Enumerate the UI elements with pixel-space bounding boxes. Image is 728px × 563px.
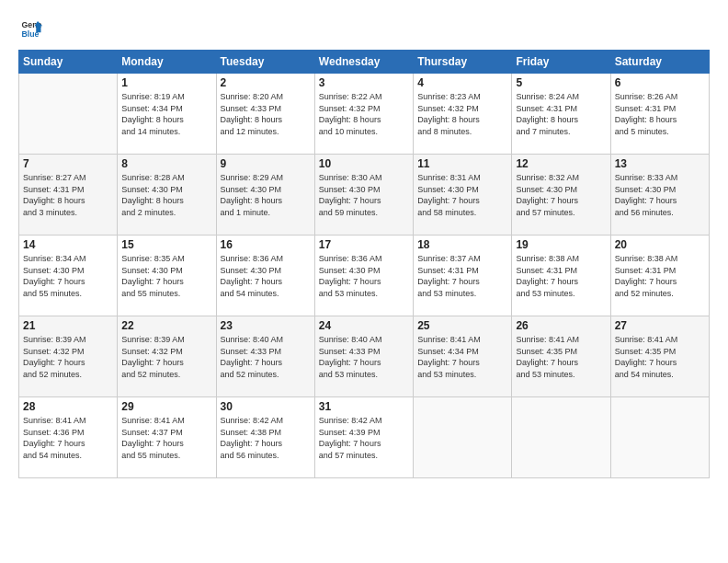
day-number: 10 — [319, 157, 409, 170]
day-info: Sunrise: 8:30 AM Sunset: 4:30 PM Dayligh… — [319, 172, 409, 218]
day-number: 7 — [23, 157, 113, 170]
calendar-cell: 19Sunrise: 8:38 AM Sunset: 4:31 PM Dayli… — [512, 236, 610, 316]
day-info: Sunrise: 8:41 AM Sunset: 4:35 PM Dayligh… — [516, 334, 606, 380]
day-number: 1 — [121, 76, 211, 89]
day-info: Sunrise: 8:29 AM Sunset: 4:30 PM Dayligh… — [221, 172, 311, 218]
calendar-cell — [19, 74, 118, 155]
weekday-header-friday: Friday — [512, 51, 610, 74]
day-info: Sunrise: 8:38 AM Sunset: 4:31 PM Dayligh… — [516, 253, 606, 299]
day-number: 20 — [615, 238, 705, 251]
calendar-cell: 14Sunrise: 8:34 AM Sunset: 4:30 PM Dayli… — [19, 236, 118, 316]
day-info: Sunrise: 8:34 AM Sunset: 4:30 PM Dayligh… — [23, 253, 113, 299]
day-number: 4 — [417, 76, 507, 89]
weekday-header-thursday: Thursday — [414, 51, 512, 74]
day-number: 27 — [615, 319, 705, 332]
day-info: Sunrise: 8:27 AM Sunset: 4:31 PM Dayligh… — [23, 172, 113, 218]
day-number: 21 — [23, 319, 113, 332]
logo-icon: Gene Blue — [18, 15, 44, 40]
calendar-cell: 21Sunrise: 8:39 AM Sunset: 4:32 PM Dayli… — [19, 316, 118, 397]
calendar-cell: 10Sunrise: 8:30 AM Sunset: 4:30 PM Dayli… — [314, 155, 413, 236]
calendar-cell: 28Sunrise: 8:41 AM Sunset: 4:36 PM Dayli… — [19, 397, 118, 478]
day-info: Sunrise: 8:39 AM Sunset: 4:32 PM Dayligh… — [121, 334, 211, 380]
day-number: 15 — [121, 238, 211, 251]
calendar-cell: 17Sunrise: 8:36 AM Sunset: 4:30 PM Dayli… — [314, 236, 413, 316]
calendar-cell: 27Sunrise: 8:41 AM Sunset: 4:35 PM Dayli… — [610, 316, 709, 397]
weekday-header-monday: Monday — [118, 51, 216, 74]
calendar-cell: 20Sunrise: 8:38 AM Sunset: 4:31 PM Dayli… — [610, 236, 709, 316]
calendar-cell: 18Sunrise: 8:37 AM Sunset: 4:31 PM Dayli… — [414, 236, 512, 316]
calendar-header-row: SundayMondayTuesdayWednesdayThursdayFrid… — [19, 51, 710, 74]
calendar-cell: 5Sunrise: 8:24 AM Sunset: 4:31 PM Daylig… — [512, 74, 610, 155]
day-number: 16 — [221, 238, 311, 251]
weekday-header-saturday: Saturday — [610, 51, 709, 74]
calendar-cell — [414, 397, 512, 478]
logo: Gene Blue — [18, 15, 48, 40]
calendar-cell: 1Sunrise: 8:19 AM Sunset: 4:34 PM Daylig… — [118, 74, 216, 155]
day-info: Sunrise: 8:33 AM Sunset: 4:30 PM Dayligh… — [615, 172, 705, 218]
day-number: 6 — [615, 76, 705, 89]
calendar-cell: 24Sunrise: 8:40 AM Sunset: 4:33 PM Dayli… — [314, 316, 413, 397]
day-info: Sunrise: 8:40 AM Sunset: 4:33 PM Dayligh… — [221, 334, 311, 380]
day-number: 30 — [221, 400, 311, 413]
day-info: Sunrise: 8:35 AM Sunset: 4:30 PM Dayligh… — [121, 253, 211, 299]
day-info: Sunrise: 8:36 AM Sunset: 4:30 PM Dayligh… — [319, 253, 409, 299]
day-number: 19 — [516, 238, 606, 251]
weekday-header-sunday: Sunday — [19, 51, 118, 74]
day-number: 29 — [121, 400, 211, 413]
day-number: 12 — [516, 157, 606, 170]
day-number: 26 — [516, 319, 606, 332]
calendar-cell: 26Sunrise: 8:41 AM Sunset: 4:35 PM Dayli… — [512, 316, 610, 397]
calendar-cell: 31Sunrise: 8:42 AM Sunset: 4:39 PM Dayli… — [314, 397, 413, 478]
calendar-cell: 30Sunrise: 8:42 AM Sunset: 4:38 PM Dayli… — [216, 397, 314, 478]
page: Gene Blue SundayMondayTuesdayWednesdayTh… — [0, 0, 728, 563]
day-info: Sunrise: 8:42 AM Sunset: 4:38 PM Dayligh… — [221, 415, 311, 461]
calendar-cell: 29Sunrise: 8:41 AM Sunset: 4:37 PM Dayli… — [118, 397, 216, 478]
calendar-week-row: 21Sunrise: 8:39 AM Sunset: 4:32 PM Dayli… — [19, 316, 710, 397]
calendar-week-row: 28Sunrise: 8:41 AM Sunset: 4:36 PM Dayli… — [19, 397, 710, 478]
day-number: 2 — [221, 76, 311, 89]
calendar-cell — [610, 397, 709, 478]
calendar-cell: 8Sunrise: 8:28 AM Sunset: 4:30 PM Daylig… — [118, 155, 216, 236]
weekday-header-tuesday: Tuesday — [216, 51, 314, 74]
calendar-cell: 25Sunrise: 8:41 AM Sunset: 4:34 PM Dayli… — [414, 316, 512, 397]
day-info: Sunrise: 8:26 AM Sunset: 4:31 PM Dayligh… — [615, 91, 705, 137]
day-info: Sunrise: 8:38 AM Sunset: 4:31 PM Dayligh… — [615, 253, 705, 299]
day-number: 11 — [417, 157, 507, 170]
calendar-cell — [512, 397, 610, 478]
weekday-header-wednesday: Wednesday — [314, 51, 413, 74]
day-info: Sunrise: 8:40 AM Sunset: 4:33 PM Dayligh… — [319, 334, 409, 380]
day-info: Sunrise: 8:20 AM Sunset: 4:33 PM Dayligh… — [221, 91, 311, 137]
day-info: Sunrise: 8:36 AM Sunset: 4:30 PM Dayligh… — [221, 253, 311, 299]
day-info: Sunrise: 8:41 AM Sunset: 4:35 PM Dayligh… — [615, 334, 705, 380]
calendar-week-row: 14Sunrise: 8:34 AM Sunset: 4:30 PM Dayli… — [19, 236, 710, 316]
calendar-cell: 16Sunrise: 8:36 AM Sunset: 4:30 PM Dayli… — [216, 236, 314, 316]
day-info: Sunrise: 8:28 AM Sunset: 4:30 PM Dayligh… — [121, 172, 211, 218]
calendar-cell: 22Sunrise: 8:39 AM Sunset: 4:32 PM Dayli… — [118, 316, 216, 397]
day-info: Sunrise: 8:32 AM Sunset: 4:30 PM Dayligh… — [516, 172, 606, 218]
day-number: 9 — [221, 157, 311, 170]
calendar-cell: 7Sunrise: 8:27 AM Sunset: 4:31 PM Daylig… — [19, 155, 118, 236]
day-info: Sunrise: 8:41 AM Sunset: 4:37 PM Dayligh… — [121, 415, 211, 461]
day-number: 8 — [121, 157, 211, 170]
day-number: 28 — [23, 400, 113, 413]
day-info: Sunrise: 8:24 AM Sunset: 4:31 PM Dayligh… — [516, 91, 606, 137]
day-info: Sunrise: 8:37 AM Sunset: 4:31 PM Dayligh… — [417, 253, 507, 299]
day-info: Sunrise: 8:39 AM Sunset: 4:32 PM Dayligh… — [23, 334, 113, 380]
day-number: 5 — [516, 76, 606, 89]
calendar-cell: 13Sunrise: 8:33 AM Sunset: 4:30 PM Dayli… — [610, 155, 709, 236]
day-number: 3 — [319, 76, 409, 89]
calendar-cell: 6Sunrise: 8:26 AM Sunset: 4:31 PM Daylig… — [610, 74, 709, 155]
calendar-table: SundayMondayTuesdayWednesdayThursdayFrid… — [18, 50, 710, 478]
day-number: 24 — [319, 319, 409, 332]
calendar-cell: 23Sunrise: 8:40 AM Sunset: 4:33 PM Dayli… — [216, 316, 314, 397]
calendar-cell: 11Sunrise: 8:31 AM Sunset: 4:30 PM Dayli… — [414, 155, 512, 236]
day-info: Sunrise: 8:41 AM Sunset: 4:34 PM Dayligh… — [417, 334, 507, 380]
calendar-week-row: 1Sunrise: 8:19 AM Sunset: 4:34 PM Daylig… — [19, 74, 710, 155]
day-info: Sunrise: 8:23 AM Sunset: 4:32 PM Dayligh… — [417, 91, 507, 137]
day-info: Sunrise: 8:41 AM Sunset: 4:36 PM Dayligh… — [23, 415, 113, 461]
calendar-week-row: 7Sunrise: 8:27 AM Sunset: 4:31 PM Daylig… — [19, 155, 710, 236]
day-number: 13 — [615, 157, 705, 170]
calendar-cell: 3Sunrise: 8:22 AM Sunset: 4:32 PM Daylig… — [314, 74, 413, 155]
day-number: 31 — [319, 400, 409, 413]
calendar-cell: 2Sunrise: 8:20 AM Sunset: 4:33 PM Daylig… — [216, 74, 314, 155]
